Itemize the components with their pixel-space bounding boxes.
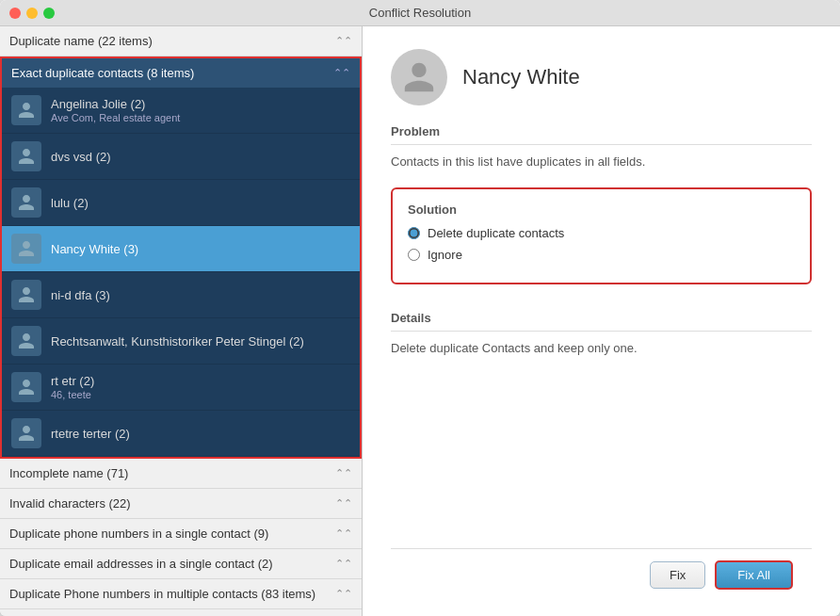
collapse-icon-0: ⌃⌃ — [335, 467, 352, 479]
contact-name-nancy: Nancy White (3) — [51, 242, 138, 256]
contact-info-nid: ni-d dfa (3) — [51, 288, 110, 302]
category-dup-phone-multi-label: Duplicate Phone numbers in multiple cont… — [9, 587, 315, 601]
solution-option-ignore[interactable]: Ignore — [408, 248, 795, 262]
contact-name-rtetre: rtetre terter (2) — [51, 427, 130, 441]
minimize-button[interactable] — [26, 8, 38, 19]
contact-info-rtetre: rtetre terter (2) — [51, 427, 130, 441]
contact-info-dvsvsd: dvs vsd (2) — [51, 150, 111, 164]
expanded-collapse-icon: ⌃⌃ — [333, 67, 350, 79]
contact-item-angelina[interactable]: Angelina Jolie (2) Ave Com, Real estate … — [2, 88, 360, 134]
contact-info-nancy: Nancy White (3) — [51, 242, 138, 256]
maximize-button[interactable] — [43, 8, 55, 19]
contact-name-lulu: lulu (2) — [51, 196, 89, 210]
content-area: Duplicate name (22 items) ⌃⌃ Exact dupli… — [0, 26, 840, 616]
category-dup-email-single[interactable]: Duplicate email addresses in a single co… — [0, 549, 362, 579]
collapse-icon-4: ⌃⌃ — [335, 588, 352, 600]
contact-avatar-nancy — [11, 234, 41, 264]
problem-divider — [391, 144, 812, 145]
footer-bar: Fix Fix All — [391, 548, 812, 601]
solution-option-delete[interactable]: Delete duplicate contacts — [408, 226, 795, 240]
category-dup-phone-multi[interactable]: Duplicate Phone numbers in multiple cont… — [0, 579, 362, 609]
contact-item-nancy[interactable]: Nancy White (3) — [2, 226, 360, 272]
contact-info-rtetr: rt etr (2) 46, teete — [51, 374, 94, 400]
contact-info-rechts: Rechtsanwalt, Kunsthistoriker Peter Stin… — [51, 334, 304, 349]
solution-ignore-label: Ignore — [428, 248, 462, 262]
fix-button[interactable]: Fix — [650, 561, 705, 589]
category-duplicate-name-label: Duplicate name (22 items) — [9, 34, 153, 48]
contact-name-rtetr: rt etr (2) — [51, 374, 94, 388]
contact-name-angelina: Angelina Jolie (2) — [51, 97, 180, 111]
contact-avatar-lulu — [11, 187, 41, 218]
contact-sub-angelina: Ave Com, Real estate agent — [51, 112, 180, 123]
category-duplicate-name[interactable]: Duplicate name (22 items) ⌃⌃ — [0, 26, 362, 57]
problem-label: Problem — [391, 124, 812, 138]
details-label: Details — [391, 311, 812, 325]
expanded-section-header[interactable]: Exact duplicate contacts (8 items) ⌃⌃ — [2, 58, 360, 88]
details-divider — [391, 331, 812, 332]
collapse-icon-1: ⌃⌃ — [335, 497, 352, 510]
category-invalid-chars-label: Invalid characters (22) — [9, 496, 131, 511]
contact-avatar-nid — [11, 280, 41, 310]
contact-full-name: Nancy White — [462, 65, 580, 89]
expanded-section-label: Exact duplicate contacts (8 items) — [11, 66, 194, 80]
contact-item-nid[interactable]: ni-d dfa (3) — [2, 272, 360, 318]
contact-item-rechts[interactable]: Rechtsanwalt, Kunsthistoriker Peter Stin… — [2, 318, 360, 365]
problem-section: Problem Contacts in this list have dupli… — [391, 124, 812, 187]
solution-box: Solution Delete duplicate contacts Ignor… — [391, 187, 812, 284]
main-window: Conflict Resolution Duplicate name (22 i… — [0, 0, 840, 616]
category-dup-email-single-label: Duplicate email addresses in a single co… — [9, 557, 273, 571]
solution-radio-delete[interactable] — [408, 227, 420, 239]
titlebar: Conflict Resolution — [0, 0, 840, 26]
contact-avatar-dvsvsd — [11, 141, 41, 171]
problem-text: Contacts in this list have duplicates in… — [391, 154, 812, 169]
window-controls — [9, 8, 55, 19]
contact-avatar-rechts — [11, 326, 41, 356]
contact-sub-rtetr: 46, teete — [51, 389, 94, 400]
category-dup-email-multi[interactable]: Duplicate email addresses in multiple co… — [0, 609, 362, 616]
right-panel: Nancy White Problem Contacts in this lis… — [363, 26, 840, 616]
solution-label: Solution — [408, 203, 795, 217]
contact-name-nid: ni-d dfa (3) — [51, 288, 110, 302]
contact-item-lulu[interactable]: lulu (2) — [2, 180, 360, 226]
contact-avatar-rtetre — [11, 418, 41, 448]
window-title: Conflict Resolution — [369, 6, 471, 20]
contact-large-avatar — [391, 49, 447, 105]
contact-avatar-rtetr — [11, 372, 41, 402]
category-dup-phone-single-label: Duplicate phone numbers in a single cont… — [9, 527, 268, 541]
left-panel: Duplicate name (22 items) ⌃⌃ Exact dupli… — [0, 26, 363, 616]
contact-name-rechts: Rechtsanwalt, Kunsthistoriker Peter Stin… — [51, 334, 304, 349]
collapse-icon-2: ⌃⌃ — [335, 527, 352, 540]
category-dup-phone-single[interactable]: Duplicate phone numbers in a single cont… — [0, 519, 362, 549]
contact-info-angelina: Angelina Jolie (2) Ave Com, Real estate … — [51, 97, 180, 123]
collapse-icon: ⌃⌃ — [335, 35, 352, 47]
solution-radio-ignore[interactable] — [408, 249, 420, 261]
contact-item-rtetre[interactable]: rtetre terter (2) — [2, 411, 360, 457]
contact-header: Nancy White — [391, 49, 812, 105]
expanded-section: Exact duplicate contacts (8 items) ⌃⌃ An… — [0, 57, 362, 459]
contact-name-dvsvsd: dvs vsd (2) — [51, 150, 111, 164]
contact-avatar-angelina — [11, 95, 41, 125]
contact-item-rtetr[interactable]: rt etr (2) 46, teete — [2, 365, 360, 411]
category-incomplete-name[interactable]: Incomplete name (71) ⌃⌃ — [0, 459, 362, 489]
details-section: Details Delete duplicate Contacts and ke… — [391, 311, 812, 374]
category-invalid-chars[interactable]: Invalid characters (22) ⌃⌃ — [0, 489, 362, 519]
category-incomplete-name-label: Incomplete name (71) — [9, 466, 128, 480]
details-text: Delete duplicate Contacts and keep only … — [391, 341, 812, 355]
collapse-icon-3: ⌃⌃ — [335, 558, 352, 570]
solution-delete-label: Delete duplicate contacts — [428, 226, 564, 240]
contact-info-lulu: lulu (2) — [51, 196, 89, 210]
contact-item-dvsvsd[interactable]: dvs vsd (2) — [2, 134, 360, 180]
close-button[interactable] — [9, 8, 21, 19]
fix-all-button[interactable]: Fix All — [715, 560, 793, 590]
